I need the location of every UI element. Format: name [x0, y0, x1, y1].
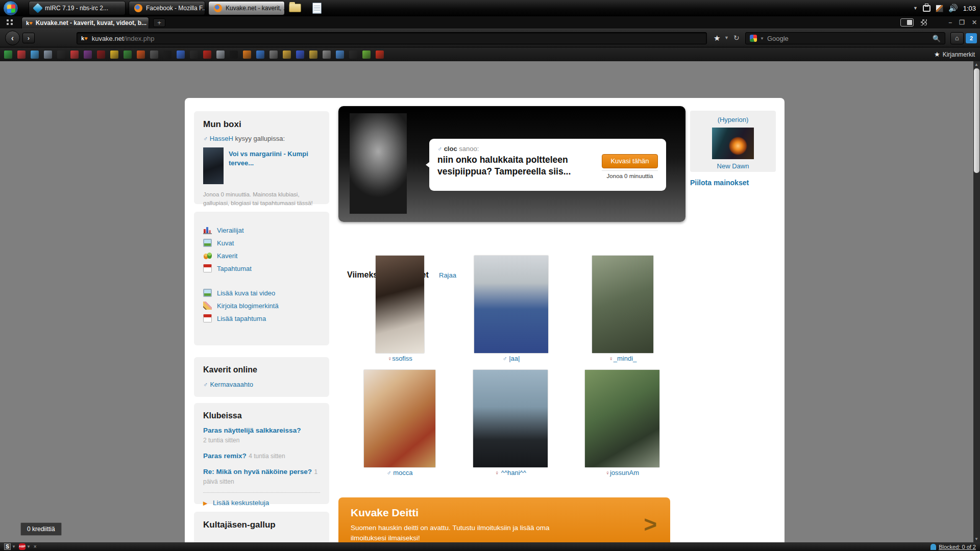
user-name[interactable]: ♀ssofiss — [376, 355, 424, 362]
user-photo[interactable] — [364, 370, 435, 467]
tray-expand-icon[interactable]: ▼ — [913, 6, 918, 11]
scrollbar[interactable]: ▲ ▼ — [973, 61, 980, 542]
list-tabs-icon[interactable] — [921, 19, 927, 26]
club-topic[interactable]: Re: Mikä on hyvä näköine perse? 1 päivä … — [203, 467, 320, 486]
adblock-icon[interactable]: ABP — [19, 543, 26, 550]
user-photo[interactable] — [473, 370, 548, 467]
scroll-up-icon[interactable]: ▲ — [974, 62, 978, 67]
bookmark-favicon[interactable] — [362, 51, 371, 59]
user-photo[interactable] — [592, 256, 653, 353]
stylish-icon[interactable]: S — [4, 543, 11, 550]
bookmark-favicon[interactable] — [70, 51, 79, 59]
user-photo[interactable] — [474, 256, 548, 353]
sidebar-item-kirjoita-blogi[interactable]: Kirjoita blogimerkintä — [203, 302, 320, 310]
kuvake-deitti-banner[interactable]: Kuvake Deitti Suomen hauskin deitti on a… — [338, 497, 670, 542]
back-button[interactable]: ‹ — [5, 31, 20, 45]
volume-icon[interactable]: 🔊 — [948, 4, 958, 13]
hide-ads-link[interactable]: Piilota mainokset — [690, 179, 749, 187]
user-name[interactable]: ♀ ^^hani^^ — [473, 469, 548, 477]
user-name[interactable]: ♀jossunAm — [585, 469, 659, 477]
gallup-user-link[interactable]: HasseH — [210, 135, 233, 142]
bookmark-favicon[interactable] — [4, 51, 12, 59]
bookmark-favicon[interactable] — [44, 51, 52, 59]
blocked-status[interactable]: Blocked: 0 of 2 — [939, 544, 976, 550]
sidebar-item-vierailijat[interactable]: Vierailijat — [203, 226, 320, 234]
bookmark-favicon[interactable] — [97, 51, 105, 59]
forward-button[interactable]: › — [22, 33, 35, 43]
user-link[interactable]: jossunAm — [610, 469, 639, 477]
bookmark-favicon[interactable] — [177, 51, 185, 59]
browser-tab-active[interactable]: k♥ Kuvake.net - kaverit, kuvat, videot, … — [21, 17, 149, 29]
bookmark-favicon[interactable] — [309, 51, 317, 59]
user-link[interactable]: |aa| — [509, 355, 520, 362]
topic-link[interactable]: Re: Mikä on hyvä näköine perse? — [203, 468, 312, 475]
bookmark-favicon[interactable] — [283, 51, 291, 59]
restore-button[interactable]: ❐ — [959, 19, 965, 26]
gallup-thumbnail[interactable] — [203, 147, 224, 184]
chevron-right-icon[interactable]: > — [644, 512, 657, 537]
bookmark-favicon[interactable] — [84, 51, 92, 59]
user-link[interactable]: mocca — [393, 469, 412, 477]
rajaa-link[interactable]: Rajaa — [439, 271, 456, 279]
home-button[interactable]: ⌂ — [950, 32, 964, 44]
user-name[interactable]: ♂ mocca — [364, 469, 435, 477]
minimize-button[interactable]: – — [948, 19, 952, 26]
folder-icon[interactable] — [289, 4, 301, 12]
sidebar-item-lisaa-tapahtuma[interactable]: Lisää tapahtuma — [203, 314, 320, 322]
kuvasi-tahan-button[interactable]: Kuvasi tähän — [602, 154, 658, 168]
user-link[interactable]: _mindi_ — [614, 355, 637, 362]
bookmark-favicon[interactable] — [31, 51, 39, 59]
bookmark-favicon[interactable] — [349, 51, 357, 59]
close-button[interactable]: ✕ — [972, 19, 977, 26]
app-menu-icon[interactable] — [6, 19, 14, 26]
user-link[interactable]: ssofiss — [392, 355, 412, 362]
gallup-question-link[interactable]: Voi vs margariini - Kumpi tervee... — [229, 147, 320, 184]
bookmark-favicon[interactable] — [190, 51, 198, 59]
bookmarks-menu[interactable]: ★ Kirjanmerkit — [934, 51, 975, 58]
bookmark-favicon[interactable] — [57, 51, 65, 59]
banner-user-photo[interactable] — [350, 113, 407, 214]
bookmark-favicon[interactable] — [17, 51, 26, 59]
notepad-icon[interactable] — [312, 3, 322, 14]
tray-app-icon[interactable] — [936, 5, 943, 12]
friend-link[interactable]: Kermavaaahto — [210, 381, 253, 388]
taskbar-item-kuvake[interactable]: Kuvake.net - kaverit, ... — [208, 1, 285, 15]
bookmark-favicon[interactable] — [230, 51, 238, 59]
clock[interactable]: 1:03 — [963, 5, 976, 12]
reload-icon[interactable]: ↻ — [733, 34, 740, 42]
network-icon[interactable] — [923, 5, 930, 12]
dropdown-icon[interactable]: ▼ — [12, 544, 16, 549]
search-icon[interactable]: 🔍 — [933, 35, 941, 42]
new-tab-button[interactable]: + — [153, 18, 165, 27]
topic-link[interactable]: Paras näyttelijä salkkareissa? — [203, 427, 301, 434]
user-name[interactable]: ♂ |aa| — [474, 355, 548, 362]
user-link[interactable]: ^^hani^^ — [501, 469, 526, 477]
url-bar[interactable]: k♥ kuvake.net/index.php — [77, 32, 707, 44]
bookmark-star-icon[interactable]: ★ — [714, 34, 720, 43]
bookmark-dropdown-icon[interactable]: ▼ — [724, 35, 729, 40]
ghostery-ghost-icon[interactable] — [930, 544, 936, 550]
sidebar-item-kuvat[interactable]: Kuvat — [203, 239, 320, 247]
user-name[interactable]: ♀_mindi_ — [592, 355, 653, 362]
user-photo[interactable] — [376, 256, 424, 353]
bookmark-favicon[interactable] — [124, 51, 132, 59]
bookmark-favicon[interactable] — [336, 51, 344, 59]
club-topic[interactable]: Paras remix? 4 tuntia sitten — [203, 451, 320, 461]
banner-username[interactable]: cloc — [444, 145, 457, 153]
start-button[interactable] — [3, 1, 18, 16]
taskbar-item-facebook[interactable]: Facebook - Mozilla F... — [129, 1, 205, 15]
search-engine-dropdown-icon[interactable]: ▼ — [760, 36, 764, 41]
bookmarks-strip[interactable] — [4, 51, 384, 59]
ad-image[interactable] — [712, 128, 754, 159]
ad-brand-link[interactable]: (Hyperion) — [718, 116, 749, 123]
bookmark-favicon[interactable] — [216, 51, 225, 59]
ad-caption-link[interactable]: New Dawn — [717, 162, 749, 170]
statusbar-close-icon[interactable]: × — [34, 544, 37, 549]
bookmark-favicon[interactable] — [203, 51, 211, 59]
bookmark-favicon[interactable] — [256, 51, 264, 59]
club-topic[interactable]: Paras näyttelijä salkkareissa? 2 tuntia … — [203, 425, 320, 444]
bookmark-favicon[interactable] — [323, 51, 331, 59]
more-discussions-link[interactable]: Lisää keskusteluja — [213, 499, 269, 507]
search-input[interactable]: ▼ Google 🔍 — [745, 32, 945, 44]
user-photo[interactable] — [585, 370, 659, 467]
